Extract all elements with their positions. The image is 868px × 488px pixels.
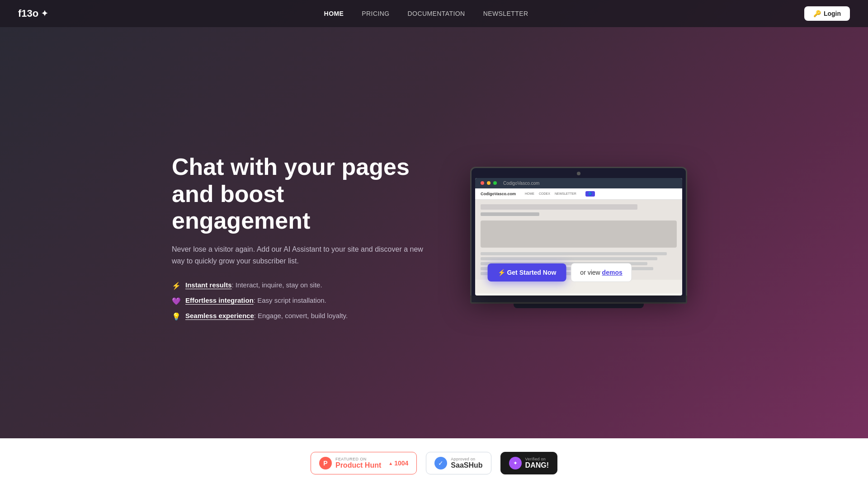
hero-section: Chat with your pages and boost engagemen…: [0, 0, 868, 488]
hero-right: CodigoVasco.com CodigoVasco.com HOME COD…: [461, 167, 696, 308]
badges-section: P FEATURED ON Product Hunt ▲ 1004 ✓ Appr…: [0, 438, 868, 488]
demos-link[interactable]: demos: [602, 269, 623, 276]
hero-title: Chat with your pages and boost engagemen…: [172, 154, 425, 235]
feature-integration-link[interactable]: Effortless integration: [185, 296, 254, 304]
dang-text: Verified on DANG!: [525, 457, 549, 469]
hero-left: Chat with your pages and boost engagemen…: [172, 154, 425, 321]
bulb-icon: 💡: [172, 312, 181, 321]
screen-nav-link-3: NEWSLETTER: [555, 192, 576, 195]
feature-experience-link[interactable]: Seamless experience: [185, 312, 254, 319]
screen-date: [481, 212, 539, 216]
logo-text: f13o: [18, 8, 38, 19]
laptop-mockup: CodigoVasco.com CodigoVasco.com HOME COD…: [470, 167, 687, 308]
login-button[interactable]: 🔑 Login: [804, 6, 850, 21]
hero-subtitle: Never lose a visitor again. Add our AI A…: [172, 244, 425, 267]
heart-icon: 💜: [172, 297, 181, 305]
get-started-button[interactable]: ⚡ Get Started Now: [488, 263, 566, 282]
feature-instant: ⚡ Instant results: Interact, inquire, st…: [172, 281, 425, 290]
dang-badge[interactable]: ✦ Verified on DANG!: [500, 452, 557, 474]
screen-nav-link-2: CODEX: [539, 192, 550, 195]
laptop-camera: [577, 172, 580, 175]
nav-pricing[interactable]: PRICING: [362, 10, 389, 17]
feature-integration: 💜 Effortless integration: Easy script in…: [172, 296, 425, 305]
product-hunt-text: FEATURED ON Product Hunt: [335, 457, 381, 469]
dot-yellow: [487, 181, 491, 185]
laptop-screen-outer: CodigoVasco.com CodigoVasco.com HOME COD…: [470, 167, 687, 296]
dang-icon: ✦: [509, 457, 522, 469]
nav-documentation[interactable]: DOCUMENTATION: [408, 10, 465, 17]
product-hunt-icon: P: [319, 457, 332, 469]
screen-nav-bar: CodigoVasco.com HOME CODEX NEWSLETTER 🔵: [475, 188, 682, 200]
laptop-base: [470, 296, 687, 304]
navbar: f13o ✦ HOME PRICING DOCUMENTATION NEWSLE…: [0, 0, 868, 27]
laptop-stand: [514, 304, 644, 308]
nav-newsletter[interactable]: NEWSLETTER: [483, 10, 528, 17]
logo[interactable]: f13o ✦: [18, 8, 48, 19]
screen-nav-link-1: HOME: [525, 192, 534, 195]
login-icon: 🔑: [813, 10, 821, 17]
nav-home[interactable]: HOME: [324, 10, 344, 17]
text-line-1: [481, 252, 667, 255]
text-line-2: [481, 257, 657, 260]
sparkle-icon: ✦: [41, 9, 48, 19]
saashub-badge[interactable]: ✓ Approved on SaaSHub: [426, 452, 491, 474]
saashub-text: Approved on SaaSHub: [451, 457, 482, 469]
screen-title-bar: [481, 204, 637, 210]
dot-green: [493, 181, 497, 185]
screen-nav-logo: CodigoVasco.com: [481, 192, 516, 196]
screen-image: [481, 221, 677, 248]
or-view-demos: or view demos: [571, 263, 632, 282]
hero-content: Chat with your pages and boost engagemen…: [118, 27, 750, 438]
screen-nav-links: HOME CODEX NEWSLETTER: [525, 192, 576, 195]
nav-links: HOME PRICING DOCUMENTATION NEWSLETTER: [324, 10, 528, 17]
browser-header: CodigoVasco.com: [475, 178, 682, 188]
hero-features: ⚡ Instant results: Interact, inquire, st…: [172, 281, 425, 321]
feature-experience: 💡 Seamless experience: Engage, convert, …: [172, 312, 425, 321]
screen-nav-btn: 🔵: [585, 191, 595, 197]
cta-overlay: ⚡ Get Started Now or view demos: [488, 263, 670, 282]
dot-red: [481, 181, 484, 185]
feature-instant-link[interactable]: Instant results: [185, 281, 232, 289]
product-hunt-badge[interactable]: P FEATURED ON Product Hunt ▲ 1004: [311, 452, 417, 474]
saashub-icon: ✓: [434, 457, 447, 469]
lightning-icon: ⚡: [172, 282, 181, 290]
product-hunt-count: ▲ 1004: [388, 460, 408, 467]
url-bar: CodigoVasco.com: [503, 181, 539, 186]
